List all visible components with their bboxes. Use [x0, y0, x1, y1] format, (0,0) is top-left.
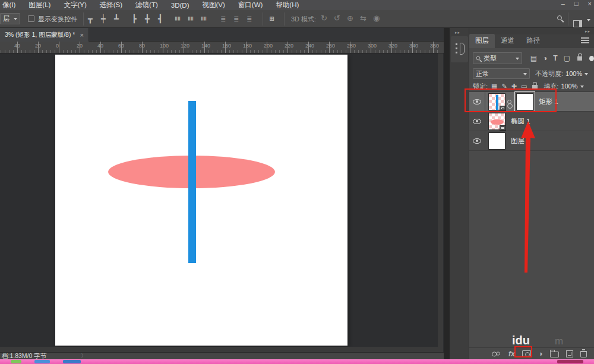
filter-pixel-layers-icon[interactable]: ▤	[530, 55, 537, 62]
panel-menu-icon[interactable]	[581, 37, 589, 43]
eye-icon[interactable]	[473, 138, 481, 144]
window-controls: – □ ×	[561, 0, 592, 7]
taskbar-app-icon[interactable]	[34, 360, 50, 363]
3d-drag-icon[interactable]: ⊕	[347, 14, 353, 22]
panel-divider[interactable]	[444, 28, 450, 359]
auto-select-target-dropdown[interactable]: 层	[0, 13, 20, 24]
watermark-text-faint: m	[555, 335, 563, 347]
layer-thumbnail[interactable]	[488, 132, 505, 150]
blue-rectangle-shape	[188, 101, 196, 263]
opacity-label: 不透明度:	[535, 69, 563, 78]
workspace-switcher-icon[interactable]	[573, 20, 582, 27]
layer-thumbnail[interactable]	[488, 113, 505, 130]
align-top-edges-icon[interactable]: ┳	[88, 15, 93, 23]
menu-type[interactable]: 文字(Y)	[57, 0, 93, 10]
fill-value[interactable]: 100%	[561, 83, 577, 90]
menu-filter[interactable]: 滤镜(T)	[129, 0, 165, 10]
filter-toggle-icon[interactable]	[589, 56, 594, 61]
collapsed-panel-dock: ▸▸	[450, 28, 469, 359]
filter-smart-objects-icon[interactable]	[577, 56, 582, 61]
eye-icon[interactable]	[473, 119, 481, 124]
vertical-scrollbar[interactable]	[438, 53, 443, 352]
distribute-left-icon[interactable]: ≣	[221, 15, 226, 23]
filter-adjustment-layers-icon[interactable]: ◑	[543, 55, 547, 62]
distribute-vertical-centers-icon[interactable]: ≣	[187, 17, 195, 21]
annotation-box-layer	[465, 88, 557, 112]
close-icon[interactable]: ×	[588, 0, 592, 7]
tab-close-icon[interactable]: ×	[80, 31, 83, 39]
chevron-down-icon[interactable]	[580, 86, 584, 90]
menu-window[interactable]: 窗口(W)	[232, 0, 270, 10]
layer-row-ellipse-1[interactable]: 椭圆 1	[469, 112, 594, 131]
menu-select[interactable]: 选择(S)	[93, 0, 129, 10]
align-right-edges-icon[interactable]: ┫	[158, 15, 163, 23]
annotation-box-mask-button	[514, 346, 532, 357]
chevron-down-icon	[587, 19, 590, 23]
layer-name[interactable]: 椭圆 1	[511, 117, 530, 126]
filter-type-layers-icon[interactable]: T	[553, 55, 557, 62]
3d-mode-label: 3D 模式:	[291, 15, 316, 24]
new-layer-icon[interactable]	[566, 350, 573, 357]
layer-row-layer-0[interactable]: 图层 0	[469, 131, 594, 151]
layer-name[interactable]: 图层 0	[511, 137, 530, 145]
menu-view[interactable]: 视图(V)	[195, 0, 231, 10]
opacity-value[interactable]: 100%	[565, 70, 582, 77]
distribute-horizontal-centers-icon[interactable]: ≣	[234, 15, 239, 23]
menu-help[interactable]: 帮助(H)	[269, 0, 305, 10]
tab-layers[interactable]: 图层	[469, 34, 495, 48]
show-transform-label: 显示变换控件	[38, 15, 77, 24]
distribute-bottom-icon[interactable]: ≣	[200, 17, 208, 21]
3d-slide-icon[interactable]: ⇆	[360, 14, 366, 22]
taskbar-start-icon[interactable]	[11, 360, 21, 363]
layer-filter-dropdown[interactable]: 类型	[473, 52, 522, 64]
distribute-right-icon[interactable]: ≣	[247, 15, 252, 23]
3d-scale-icon[interactable]: ◉	[373, 14, 380, 22]
menu-image[interactable]: 像(I)	[0, 0, 22, 10]
blend-mode-dropdown[interactable]: 正常	[473, 68, 530, 79]
separator	[83, 12, 84, 26]
distribute-top-icon[interactable]: ≣	[174, 17, 182, 21]
collapse-dock-icon[interactable]: ▸▸	[455, 30, 460, 35]
photoshop-window: 像(I) 图层(L) 文字(Y) 选择(S) 滤镜(T) 3D(D) 视图(V)…	[0, 0, 594, 364]
menu-3d[interactable]: 3D(D)	[165, 1, 196, 10]
document-tab[interactable]: 3% (矩形 1, 图层蒙版/8) * ×	[0, 28, 89, 42]
document-tab-title: 3% (矩形 1, 图层蒙版/8) *	[5, 31, 75, 39]
shape-layer-badge-icon	[500, 125, 506, 131]
filter-shape-layers-icon[interactable]: ▢	[564, 55, 570, 62]
document-tab-strip: 3% (矩形 1, 图层蒙版/8) * ×	[0, 28, 444, 42]
collapsed-panel-button[interactable]	[451, 36, 468, 62]
delete-layer-icon[interactable]	[580, 351, 587, 357]
search-icon	[476, 56, 481, 61]
document-canvas[interactable]	[55, 55, 347, 346]
visibility-cell[interactable]	[469, 112, 485, 131]
align-horizontal-centers-icon[interactable]: ╋	[145, 15, 150, 23]
3d-roll-icon[interactable]: ↺	[334, 14, 340, 22]
new-adjustment-layer-icon[interactable]: ◑	[538, 349, 543, 358]
search-icon[interactable]	[557, 15, 562, 20]
separator	[284, 12, 285, 26]
show-transform-checkbox[interactable]	[28, 15, 34, 22]
collapsed-panel-icon	[456, 43, 457, 45]
menu-bar: 像(I) 图层(L) 文字(Y) 选择(S) 滤镜(T) 3D(D) 视图(V)…	[0, 0, 594, 10]
align-vertical-centers-icon[interactable]: ┿	[101, 15, 106, 23]
minimize-icon[interactable]: –	[561, 0, 565, 7]
3d-rotate-icon[interactable]: ↻	[321, 14, 327, 22]
new-group-icon[interactable]	[550, 352, 559, 357]
auto-align-layers-icon[interactable]: ⊞	[270, 15, 274, 23]
chevron-down-icon[interactable]	[584, 73, 588, 77]
align-left-edges-icon[interactable]: ┣	[132, 15, 137, 23]
layers-panel: ▸▸ 图层 通道 路径 类型 ▤ ◑ T ▢ 正常 不透明度:	[469, 28, 594, 359]
tab-channels[interactable]: 通道	[495, 34, 520, 48]
align-bottom-edges-icon[interactable]: ┻	[114, 15, 119, 23]
taskbar-app-icon[interactable]	[63, 360, 81, 363]
restore-icon[interactable]: □	[574, 0, 579, 7]
tab-paths[interactable]: 路径	[520, 34, 546, 48]
collapse-panel-icon[interactable]: ▸▸	[585, 29, 590, 34]
watermark-text: idu	[512, 334, 530, 347]
canvas-area[interactable]	[0, 53, 444, 352]
visibility-cell[interactable]	[469, 131, 485, 151]
status-bar: 档:1.83M/0 字节 〉	[0, 352, 444, 359]
menu-layer[interactable]: 图层(L)	[22, 0, 57, 10]
link-layers-icon[interactable]	[496, 352, 500, 355]
horizontal-scrollbar[interactable]	[0, 347, 438, 352]
